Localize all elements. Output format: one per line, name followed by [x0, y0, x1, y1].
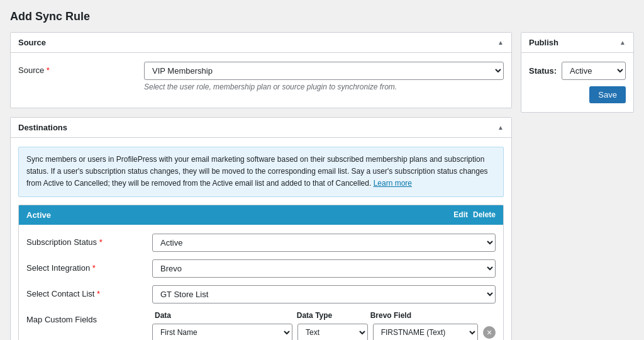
- integration-label: Select Integration *: [26, 259, 152, 273]
- info-box: Sync members or users in ProfilePress wi…: [18, 147, 504, 197]
- subscription-status-label: Subscription Status *: [26, 234, 152, 247]
- publish-status-row: Status: Active Inactive: [529, 62, 626, 80]
- save-button[interactable]: Save: [589, 86, 626, 103]
- publish-card-header: Publish ▲: [521, 33, 633, 53]
- custom-fields-header: Data Data Type Brevo Field: [152, 311, 496, 320]
- source-select[interactable]: VIP Membership Basic Membership Premium …: [144, 62, 504, 80]
- destinations-card-body: Sync members or users in ProfilePress wi…: [11, 138, 511, 340]
- source-form-row: Source * VIP Membership Basic Membership…: [18, 62, 504, 91]
- field-row-1-remove-btn[interactable]: ×: [483, 326, 496, 339]
- source-card: Source ▲ Source * VIP Membership Basic M…: [10, 32, 512, 108]
- field-row-1-type-select[interactable]: Text Number Date: [297, 324, 368, 340]
- source-card-body: Source * VIP Membership Basic Membership…: [11, 53, 511, 108]
- map-fields-row: Map Custom Fields Data Data Type Brevo F…: [26, 311, 496, 340]
- publish-status-label: Status:: [529, 66, 557, 76]
- publish-collapse-icon[interactable]: ▲: [619, 39, 626, 46]
- edit-destination-btn[interactable]: Edit: [453, 210, 468, 219]
- publish-card: Publish ▲ Status: Active Inactive Save: [521, 32, 634, 113]
- publish-status-select[interactable]: Active Inactive: [562, 62, 626, 80]
- publish-card-title: Publish: [529, 38, 558, 47]
- destinations-card-header: Destinations ▲: [11, 118, 511, 138]
- field-row-1: First Name Last Name Email Text: [152, 324, 496, 340]
- integration-select[interactable]: Brevo Mailchimp ActiveCampaign: [152, 259, 496, 278]
- source-control-wrap: VIP Membership Basic Membership Premium …: [144, 62, 504, 91]
- destination-header: Active Edit Delete: [19, 205, 503, 225]
- source-card-header: Source ▲: [11, 33, 511, 53]
- field-row-1-field-select[interactable]: FIRSTNAME (Text) LASTNAME (Text) EMAIL (…: [373, 324, 478, 340]
- col-header-action: [478, 311, 493, 320]
- publish-card-body: Status: Active Inactive Save: [521, 53, 633, 112]
- source-card-title: Source: [18, 38, 46, 47]
- destinations-card: Destinations ▲ Sync members or users in …: [10, 117, 512, 340]
- info-text: Sync members or users in ProfilePress wi…: [26, 155, 488, 188]
- subscription-status-select[interactable]: Active Cancelled Expired: [152, 234, 496, 252]
- page-title: Add Sync Rule: [10, 10, 634, 23]
- learn-more-link[interactable]: Learn more: [374, 179, 412, 188]
- col-header-data: Data: [155, 311, 292, 320]
- delete-destination-btn[interactable]: Delete: [473, 210, 496, 219]
- destination-body: Subscription Status * Active Cancelled E…: [19, 225, 503, 340]
- col-header-type: Data Type: [297, 311, 365, 320]
- integration-row: Select Integration * Brevo Mailchimp Act…: [26, 259, 496, 278]
- publish-col: Publish ▲ Status: Active Inactive Save: [521, 32, 634, 113]
- contact-list-label: Select Contact List *: [26, 285, 152, 298]
- map-fields-label: Map Custom Fields: [26, 311, 152, 324]
- destinations-collapse-icon[interactable]: ▲: [497, 124, 504, 131]
- contact-list-wrap: GT Store List General List: [152, 285, 496, 303]
- subscription-status-wrap: Active Cancelled Expired: [152, 234, 496, 252]
- field-row-1-data-select[interactable]: First Name Last Name Email: [152, 324, 292, 340]
- source-label: Source *: [18, 62, 144, 75]
- destination-header-actions: Edit Delete: [453, 210, 496, 219]
- subscription-status-row: Subscription Status * Active Cancelled E…: [26, 234, 496, 252]
- contact-list-select[interactable]: GT Store List General List: [152, 285, 496, 303]
- destination-section: Active Edit Delete Subscription Status *: [18, 205, 504, 340]
- source-collapse-icon[interactable]: ▲: [497, 39, 504, 46]
- integration-wrap: Brevo Mailchimp ActiveCampaign: [152, 259, 496, 278]
- contact-list-row: Select Contact List * GT Store List Gene…: [26, 285, 496, 303]
- col-header-field: Brevo Field: [370, 311, 473, 320]
- destinations-card-title: Destinations: [18, 123, 67, 132]
- source-hint: Select the user role, membership plan or…: [144, 82, 504, 91]
- map-fields-wrap: Data Data Type Brevo Field First: [152, 311, 496, 340]
- destination-header-label: Active: [26, 210, 51, 220]
